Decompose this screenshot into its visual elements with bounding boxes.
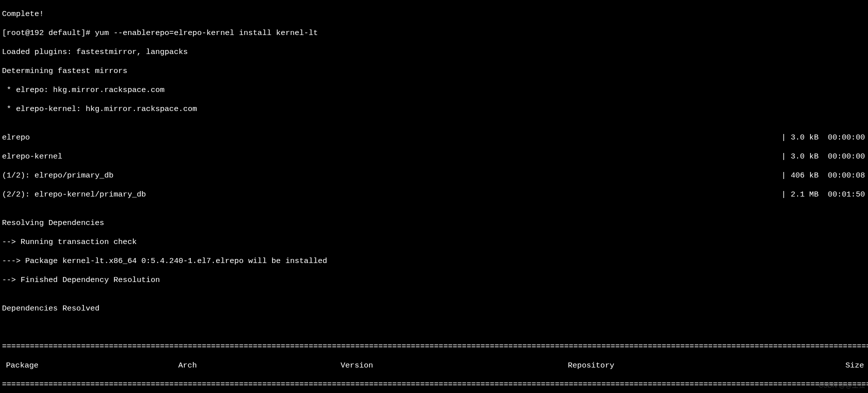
rule: ========================================… xyxy=(2,380,866,390)
rule: ========================================… xyxy=(2,342,866,352)
col-repository: Repository xyxy=(568,361,743,370)
repo-fetch-row: (1/2): elrepo/primary_db| 406 kB 00:00:0… xyxy=(2,171,866,180)
watermark: CSDN @@上弦 xyxy=(819,380,865,390)
repo-fetch-row: (2/2): elrepo-kernel/primary_db| 2.1 MB … xyxy=(2,190,866,200)
repo-stats: | 3.0 kB 00:00:00 xyxy=(782,152,866,162)
line: Loaded plugins: fastestmirror, langpacks xyxy=(2,48,866,57)
terminal-output[interactable]: Complete! [root@192 default]# yum --enab… xyxy=(0,0,868,393)
line: ---> Package kernel-lt.x86_64 0:5.4.240-… xyxy=(2,256,866,266)
col-arch: Arch xyxy=(178,361,341,370)
col-package: Package xyxy=(2,361,178,370)
line: Dependencies Resolved xyxy=(2,304,866,314)
line: Resolving Dependencies xyxy=(2,218,866,228)
repo-name: (2/2): elrepo-kernel/primary_db xyxy=(2,190,782,200)
line: Complete! xyxy=(2,10,866,19)
line: Determining fastest mirrors xyxy=(2,66,866,76)
col-size: Size xyxy=(743,361,866,370)
line: * elrepo: hkg.mirror.rackspace.com xyxy=(2,86,866,95)
repo-fetch-row: elrepo| 3.0 kB 00:00:00 xyxy=(2,133,866,142)
line: * elrepo-kernel: hkg.mirror.rackspace.co… xyxy=(2,104,866,114)
repo-stats: | 3.0 kB 00:00:00 xyxy=(782,133,866,142)
line: --> Running transaction check xyxy=(2,238,866,247)
repo-name: (1/2): elrepo/primary_db xyxy=(2,171,782,180)
table-header: Package Arch Version Repository Size xyxy=(2,361,866,370)
repo-fetch-row: elrepo-kernel| 3.0 kB 00:00:00 xyxy=(2,152,866,162)
prompt-line: [root@192 default]# yum --enablerepo=elr… xyxy=(2,28,866,38)
col-version: Version xyxy=(341,361,568,370)
repo-stats: | 2.1 MB 00:01:50 xyxy=(782,190,866,200)
repo-name: elrepo xyxy=(2,133,782,142)
repo-name: elrepo-kernel xyxy=(2,152,782,162)
line: --> Finished Dependency Resolution xyxy=(2,276,866,285)
repo-stats: | 406 kB 00:00:08 xyxy=(782,171,866,180)
